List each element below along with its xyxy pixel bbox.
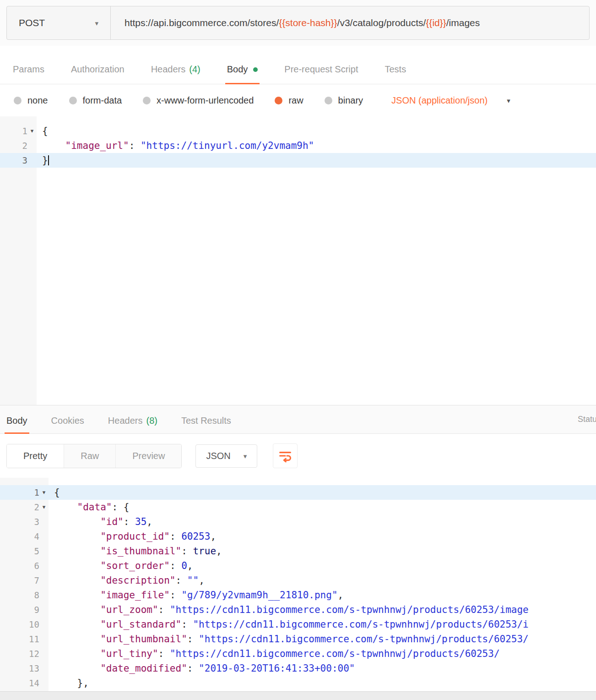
line-gutter: 4 bbox=[0, 529, 49, 544]
code-text: "image_file": "g/789/y2vmam9h__21810.png… bbox=[49, 588, 343, 602]
code-line[interactable]: 12 "url_tiny": "https://cdn11.bigcommerc… bbox=[0, 646, 596, 661]
code-line[interactable]: 11 "url_thumbnail": "https://cdn11.bigco… bbox=[0, 632, 596, 646]
chevron-down-icon: ▾ bbox=[507, 97, 510, 104]
line-number: 3 bbox=[34, 514, 39, 529]
body-mode-binary[interactable]: binary bbox=[325, 95, 363, 106]
view-mode-raw[interactable]: Raw bbox=[64, 444, 116, 468]
line-gutter: 6 bbox=[0, 558, 49, 573]
view-mode-pretty[interactable]: Pretty bbox=[7, 444, 64, 468]
content-type-label: JSON (application/json) bbox=[391, 95, 488, 106]
code-line[interactable]: 1▾{ bbox=[0, 485, 596, 500]
line-gutter: 2 bbox=[0, 138, 37, 153]
tab-body[interactable]: Body bbox=[227, 64, 258, 84]
code-text: "product_id": 60253, bbox=[49, 529, 216, 544]
code-line[interactable]: 9 "url_zoom": "https://cdn11.bigcommerce… bbox=[0, 602, 596, 617]
code-line[interactable]: 13 "date_modified": "2019-03-20T16:41:33… bbox=[0, 661, 596, 676]
mode-label: none bbox=[27, 95, 48, 106]
code-line[interactable]: 1▾{ bbox=[0, 124, 596, 138]
tab-params[interactable]: Params bbox=[13, 64, 44, 84]
tab-label: Params bbox=[13, 64, 44, 75]
code-line[interactable]: 3 "id": 35, bbox=[0, 514, 596, 529]
line-gutter: 1▾ bbox=[0, 124, 37, 138]
code-line[interactable]: 3} bbox=[0, 153, 596, 168]
tab-count-badge: (4) bbox=[189, 64, 200, 75]
content-type-dropdown[interactable]: JSON (application/json) ▾ bbox=[391, 95, 510, 106]
tab-label: Test Results bbox=[181, 416, 231, 426]
code-line[interactable]: 10 "url_standard": "https://cdn11.bigcom… bbox=[0, 617, 596, 632]
response-toolbar: PrettyRawPreview JSON ▾ bbox=[0, 434, 596, 478]
tab-label: Body bbox=[6, 416, 27, 426]
code-text: "sort_order": 0, bbox=[49, 558, 193, 573]
line-gutter: 13 bbox=[0, 661, 49, 676]
body-mode-form-data[interactable]: form-data bbox=[69, 95, 122, 106]
line-gutter: 9 bbox=[0, 602, 49, 617]
tab-test-results[interactable]: Test Results bbox=[181, 416, 231, 433]
line-gutter: 3 bbox=[0, 153, 37, 168]
tab-label: Pre-request Script bbox=[284, 64, 358, 75]
wrap-text-icon bbox=[278, 448, 293, 463]
format-label: JSON bbox=[206, 451, 230, 461]
radio-icon bbox=[275, 97, 282, 104]
body-mode-raw[interactable]: raw bbox=[275, 95, 303, 106]
code-text: "url_tiny": "https://cdn11.bigcommerce.c… bbox=[49, 646, 500, 661]
code-line[interactable]: 4 "product_id": 60253, bbox=[0, 529, 596, 544]
radio-icon bbox=[325, 97, 332, 104]
line-gutter: 14 bbox=[0, 676, 49, 690]
method-dropdown[interactable]: POST ▾ bbox=[7, 6, 111, 39]
url-text: /images bbox=[446, 17, 480, 28]
tab-cookies[interactable]: Cookies bbox=[51, 416, 84, 433]
url-input[interactable]: https://api.bigcommerce.com/stores/{{sto… bbox=[111, 6, 589, 39]
line-gutter: 3 bbox=[0, 514, 49, 529]
line-gutter: 8 bbox=[0, 588, 49, 602]
method-label: POST bbox=[19, 17, 45, 28]
tab-label: Headers bbox=[151, 64, 186, 75]
line-gutter: 7 bbox=[0, 573, 49, 588]
fold-caret-icon[interactable]: ▾ bbox=[27, 124, 37, 138]
line-gutter: 1▾ bbox=[0, 485, 49, 500]
tab-headers[interactable]: Headers(4) bbox=[151, 64, 200, 84]
format-dropdown[interactable]: JSON ▾ bbox=[195, 444, 257, 468]
line-gutter: 5 bbox=[0, 544, 49, 558]
line-number: 4 bbox=[34, 529, 39, 544]
code-line[interactable]: 7 "description": "", bbox=[0, 573, 596, 588]
body-mode-row: noneform-datax-www-form-urlencodedrawbin… bbox=[0, 84, 596, 116]
code-text: "url_standard": "https://cdn11.bigcommer… bbox=[49, 617, 529, 632]
tab-label: Cookies bbox=[51, 416, 84, 426]
code-text: } bbox=[37, 153, 49, 168]
body-mode-none[interactable]: none bbox=[14, 95, 48, 106]
code-text: "description": "", bbox=[49, 573, 205, 588]
tab-label: Tests bbox=[385, 64, 406, 75]
tab-authorization[interactable]: Authorization bbox=[71, 64, 125, 84]
wrap-text-button[interactable] bbox=[273, 443, 298, 468]
line-number: 13 bbox=[29, 661, 39, 676]
url-text: https://api.bigcommerce.com/stores/ bbox=[125, 17, 279, 28]
tab-headers[interactable]: Headers(8) bbox=[108, 416, 157, 433]
view-mode-preview[interactable]: Preview bbox=[116, 444, 181, 468]
line-number: 6 bbox=[34, 558, 39, 573]
tab-label: Authorization bbox=[71, 64, 125, 75]
code-text: "data": { bbox=[49, 500, 129, 514]
response-tabs: BodyCookiesHeaders(8)Test Results bbox=[6, 405, 255, 433]
fold-caret-icon[interactable]: ▾ bbox=[39, 485, 49, 500]
code-line[interactable]: 2▾ "data": { bbox=[0, 500, 596, 514]
request-body-editor[interactable]: 1▾{2 "image_url": "https://tinyurl.com/y… bbox=[0, 116, 596, 405]
body-mode-x-www-form-urlencoded[interactable]: x-www-form-urlencoded bbox=[143, 95, 254, 106]
url-variable: {{id}} bbox=[426, 17, 446, 28]
line-number: 2 bbox=[22, 138, 27, 153]
fold-caret-icon[interactable]: ▾ bbox=[39, 500, 49, 514]
response-body-viewer[interactable]: 1▾{2▾ "data": {3 "id": 35,4 "product_id"… bbox=[0, 478, 596, 691]
tab-pre-request-script[interactable]: Pre-request Script bbox=[284, 64, 358, 84]
code-line[interactable]: 14 }, bbox=[0, 676, 596, 690]
tab-label: Headers bbox=[108, 416, 143, 426]
code-line[interactable]: 8 "image_file": "g/789/y2vmam9h__21810.p… bbox=[0, 588, 596, 602]
code-text: "image_url": "https://tinyurl.com/y2vmam… bbox=[37, 138, 314, 153]
code-line[interactable]: 6 "sort_order": 0, bbox=[0, 558, 596, 573]
view-mode-switch: PrettyRawPreview bbox=[6, 444, 182, 468]
code-line[interactable]: 5 "is_thumbnail": true, bbox=[0, 544, 596, 558]
line-gutter: 10 bbox=[0, 617, 49, 632]
horizontal-scrollbar[interactable] bbox=[0, 691, 596, 700]
code-line[interactable]: 2 "image_url": "https://tinyurl.com/y2vm… bbox=[0, 138, 596, 153]
tab-body[interactable]: Body bbox=[6, 416, 27, 433]
tab-tests[interactable]: Tests bbox=[385, 64, 406, 84]
url-text: /v3/catalog/products/ bbox=[337, 17, 426, 28]
